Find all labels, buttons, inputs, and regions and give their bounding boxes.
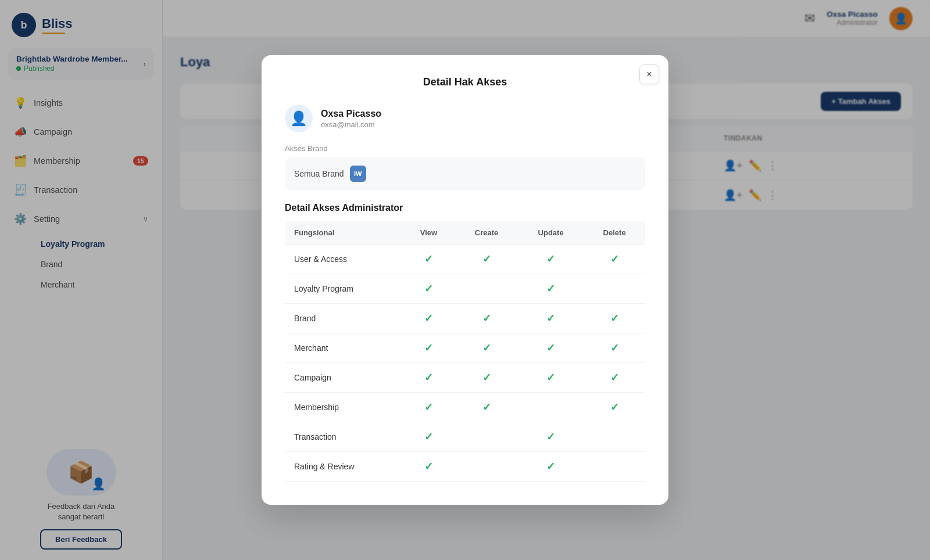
permission-create	[455, 422, 518, 452]
permission-row: Brand✓✓✓✓	[285, 304, 645, 333]
permission-delete	[584, 274, 645, 304]
check-icon: ✓	[482, 401, 491, 413]
permission-name: Rating & Review	[285, 452, 402, 482]
permission-name: User & Access	[285, 245, 402, 274]
check-icon: ✓	[424, 313, 433, 324]
check-icon: ✓	[610, 401, 619, 413]
permission-create: ✓	[455, 304, 518, 333]
permission-create	[455, 274, 518, 304]
permission-create	[455, 452, 518, 482]
check-icon: ✓	[546, 342, 555, 354]
check-icon: ✓	[482, 372, 491, 383]
modal-title: Detail Hak Akses	[285, 76, 645, 88]
check-icon: ✓	[424, 431, 433, 443]
check-icon: ✓	[424, 461, 433, 472]
permission-delete: ✓	[584, 245, 645, 274]
check-icon: ✓	[610, 372, 619, 383]
permission-row: Merchant✓✓✓✓	[285, 333, 645, 363]
permission-update: ✓	[518, 274, 584, 304]
permission-row: Loyalty Program✓✓	[285, 274, 645, 304]
col-view: View	[402, 221, 455, 245]
permissions-table: Fungsional View Create Update Delete Use…	[285, 221, 645, 482]
brand-tag: IW	[350, 166, 366, 182]
permission-name: Merchant	[285, 333, 402, 363]
col-create: Create	[455, 221, 518, 245]
permission-view: ✓	[402, 393, 455, 422]
modal-user: 👤 Oxsa Picasso oxsa@mail.com	[285, 105, 645, 132]
permission-view: ✓	[402, 304, 455, 333]
check-icon: ✓	[424, 253, 433, 265]
permission-create: ✓	[455, 333, 518, 363]
check-icon: ✓	[482, 342, 491, 354]
check-icon: ✓	[424, 283, 433, 295]
check-icon: ✓	[424, 372, 433, 383]
modal-user-avatar: 👤	[285, 105, 313, 132]
permission-row: Rating & Review✓✓	[285, 452, 645, 482]
permission-delete	[584, 422, 645, 452]
modal-user-name: Oxsa Picasso	[321, 109, 381, 119]
permission-name: Transaction	[285, 422, 402, 452]
modal-user-email: oxsa@mail.com	[321, 120, 381, 129]
check-icon: ✓	[546, 431, 555, 443]
permission-update: ✓	[518, 304, 584, 333]
permission-row: Membership✓✓✓	[285, 393, 645, 422]
check-icon: ✓	[546, 372, 555, 383]
col-fungsional: Fungsional	[285, 221, 402, 245]
permission-delete: ✓	[584, 333, 645, 363]
detail-section-title: Detail Akses Administrator	[285, 203, 645, 213]
permission-delete: ✓	[584, 393, 645, 422]
permission-name: Loyalty Program	[285, 274, 402, 304]
check-icon: ✓	[546, 313, 555, 324]
permission-name: Campaign	[285, 363, 402, 393]
brand-box-text: Semua Brand	[294, 169, 344, 178]
permission-delete: ✓	[584, 304, 645, 333]
permission-view: ✓	[402, 422, 455, 452]
check-icon: ✓	[424, 401, 433, 413]
check-icon: ✓	[546, 253, 555, 265]
permission-name: Membership	[285, 393, 402, 422]
permission-name: Brand	[285, 304, 402, 333]
check-icon: ✓	[482, 253, 491, 265]
check-icon: ✓	[424, 342, 433, 354]
brand-box: Semua Brand IW	[285, 157, 645, 190]
permission-create: ✓	[455, 245, 518, 274]
check-icon: ✓	[482, 313, 491, 324]
permission-update: ✓	[518, 363, 584, 393]
permission-create: ✓	[455, 363, 518, 393]
check-icon: ✓	[610, 253, 619, 265]
permission-update	[518, 393, 584, 422]
permission-row: Campaign✓✓✓✓	[285, 363, 645, 393]
permission-create: ✓	[455, 393, 518, 422]
check-icon: ✓	[546, 283, 555, 295]
permission-view: ✓	[402, 333, 455, 363]
permission-update: ✓	[518, 422, 584, 452]
detail-hak-akses-modal: × Detail Hak Akses 👤 Oxsa Picasso oxsa@m…	[262, 55, 668, 505]
permission-delete	[584, 452, 645, 482]
permission-delete: ✓	[584, 363, 645, 393]
modal-overlay: × Detail Hak Akses 👤 Oxsa Picasso oxsa@m…	[0, 0, 930, 560]
permission-update: ✓	[518, 452, 584, 482]
permission-update: ✓	[518, 245, 584, 274]
col-update: Update	[518, 221, 584, 245]
permission-row: User & Access✓✓✓✓	[285, 245, 645, 274]
permission-view: ✓	[402, 245, 455, 274]
permission-row: Transaction✓✓	[285, 422, 645, 452]
permission-view: ✓	[402, 363, 455, 393]
akses-brand-label: Akses Brand	[285, 144, 645, 153]
check-icon: ✓	[546, 461, 555, 472]
check-icon: ✓	[610, 342, 619, 354]
col-delete: Delete	[584, 221, 645, 245]
check-icon: ✓	[610, 313, 619, 324]
modal-close-button[interactable]: ×	[639, 64, 659, 84]
permission-view: ✓	[402, 274, 455, 304]
permission-update: ✓	[518, 333, 584, 363]
permission-view: ✓	[402, 452, 455, 482]
